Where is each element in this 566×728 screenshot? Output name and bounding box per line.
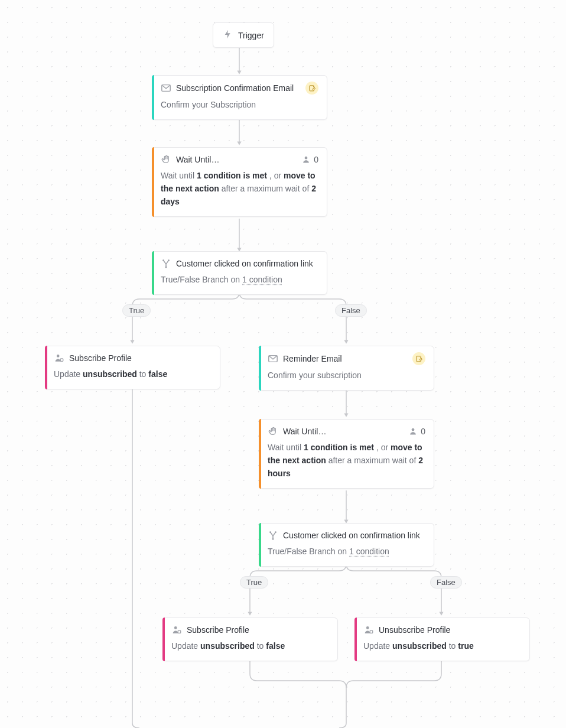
node-title: Subscribe Profile xyxy=(187,624,249,636)
split-icon xyxy=(161,258,171,269)
node-body: Update unsubscribed to false xyxy=(54,368,212,381)
branch-label-false: False xyxy=(335,304,367,317)
node-email-reminder[interactable]: Reminder Email Confirm your subscription xyxy=(259,346,434,391)
node-branch-1[interactable]: Customer clicked on confirmation link Tr… xyxy=(152,251,327,295)
node-title: Reminder Email xyxy=(283,353,342,365)
node-title: Subscription Confirmation Email xyxy=(176,82,294,94)
node-body: Update unsubscribed to false xyxy=(171,639,329,652)
node-body: Update unsubscribed to true xyxy=(363,639,521,652)
draft-badge-icon xyxy=(412,352,425,365)
node-subscribe-profile-1[interactable]: Subscribe Profile Update unsubscribed to… xyxy=(45,346,220,389)
person-tag-icon xyxy=(171,625,182,635)
bolt-icon xyxy=(223,29,233,41)
branch-label-true: True xyxy=(240,576,268,589)
node-title: Subscribe Profile xyxy=(69,352,132,364)
node-body: Wait until 1 condition is met , or move … xyxy=(161,169,318,208)
node-title: Wait Until… xyxy=(283,425,326,437)
wait-count: 0 xyxy=(314,154,318,165)
mail-icon xyxy=(268,353,278,364)
trigger-node[interactable]: Trigger xyxy=(213,22,274,48)
person-icon xyxy=(301,154,311,165)
node-body: Confirm your Subscription xyxy=(161,98,318,111)
node-body: True/False Branch on 1 condition xyxy=(268,545,425,558)
node-title: Customer clicked on confirmation link xyxy=(283,529,420,541)
split-icon xyxy=(268,530,278,541)
person-tag-icon xyxy=(54,353,64,363)
hand-icon xyxy=(268,426,278,437)
person-icon xyxy=(408,426,418,437)
node-body: True/False Branch on 1 condition xyxy=(161,273,318,286)
node-wait-1[interactable]: Wait Until… 0 Wait until 1 condition is … xyxy=(152,147,327,217)
wait-count: 0 xyxy=(421,425,425,437)
node-branch-2[interactable]: Customer clicked on confirmation link Tr… xyxy=(259,523,434,567)
node-body: Confirm your subscription xyxy=(268,369,425,382)
person-tag-icon xyxy=(363,625,374,635)
node-wait-2[interactable]: Wait Until… 0 Wait until 1 condition is … xyxy=(259,419,434,489)
node-email-subscription-confirmation[interactable]: Subscription Confirmation Email Confirm … xyxy=(152,75,327,120)
node-title: Wait Until… xyxy=(176,154,219,165)
node-title: Unsubscribe Profile xyxy=(379,624,450,636)
node-subscribe-profile-2[interactable]: Subscribe Profile Update unsubscribed to… xyxy=(162,618,338,661)
mail-icon xyxy=(161,83,171,93)
hand-icon xyxy=(161,154,171,165)
node-title: Customer clicked on confirmation link xyxy=(176,258,313,269)
trigger-label: Trigger xyxy=(238,31,264,40)
node-unsubscribe-profile[interactable]: Unsubscribe Profile Update unsubscribed … xyxy=(354,618,530,661)
draft-badge-icon xyxy=(305,82,318,95)
branch-label-true: True xyxy=(122,304,151,317)
node-body: Wait until 1 condition is met , or move … xyxy=(268,441,425,480)
branch-label-false: False xyxy=(430,576,462,589)
